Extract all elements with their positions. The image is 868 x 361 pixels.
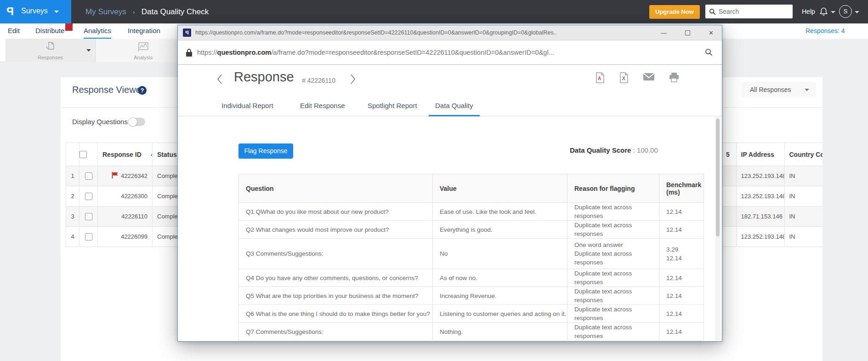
data-quality-table: QuestionValueReason for flaggingBenchmar…	[238, 174, 704, 341]
benchmark-cell: 3.2912.14	[659, 239, 704, 269]
column-header-value: Value	[433, 174, 567, 203]
tab-individual-report[interactable]: Individual Report	[221, 97, 274, 116]
response-id-link[interactable]: 42226342	[121, 172, 148, 179]
breadcrumb-separator-icon: ›	[133, 8, 135, 16]
breadcrumb: My Surveys › Data Quality Check	[85, 0, 209, 23]
value-cell: Increasing Revenue.	[433, 287, 567, 305]
partial-cell	[721, 227, 736, 247]
maximize-button[interactable]	[685, 30, 690, 35]
row-checkbox[interactable]	[85, 193, 92, 200]
benchmark-cell: 12.14	[659, 269, 704, 287]
scrollbar-thumb[interactable]	[716, 119, 720, 236]
toolbar-tile-label: Responses	[6, 55, 95, 60]
responses-filter-value: All Responses	[750, 86, 791, 93]
row-checkbox[interactable]	[85, 213, 92, 220]
breadcrumb-my-surveys[interactable]: My Surveys	[85, 7, 126, 17]
response-id-header[interactable]: Response ID▲	[98, 143, 153, 166]
country-code-cell: IN	[784, 227, 823, 247]
benchmark-cell: 12.14	[659, 287, 704, 305]
table-row: Q6 What is the one thing I should do to …	[239, 305, 704, 323]
zoom-search-icon[interactable]	[705, 48, 713, 58]
row-number: 3	[66, 206, 79, 227]
address-url[interactable]: https://questionpro.com/a/frame.do?mode=…	[197, 40, 693, 64]
partial-column-header: 5	[721, 143, 736, 166]
flagged-icon	[112, 173, 119, 180]
response-id-link[interactable]: 42226300	[121, 193, 148, 200]
export-pdf-icon[interactable]: A	[595, 72, 605, 85]
response-id-link[interactable]: 42226099	[121, 233, 148, 240]
address-bar[interactable]: https://questionpro.com/a/frame.do?mode=…	[178, 40, 722, 65]
avatar[interactable]: S	[839, 5, 852, 18]
help-icon[interactable]: ?	[138, 86, 147, 95]
svg-text:X: X	[622, 76, 625, 81]
minimize-button[interactable]: —	[661, 30, 667, 36]
response-id-link[interactable]: 42226110	[121, 213, 148, 220]
responses-filter-select[interactable]: All Responses	[742, 82, 817, 97]
country-code-header[interactable]: Country Co	[784, 143, 823, 166]
response-header: Response # 42226110 A X	[178, 65, 722, 97]
breadcrumb-current: Data Quality Check	[142, 7, 209, 17]
upgrade-now-button[interactable]: Upgrade Now	[649, 5, 700, 19]
help-link[interactable]: Help	[802, 0, 815, 23]
flag-response-button[interactable]: Flag Response	[238, 143, 293, 159]
toolbar-tile-analysis[interactable]: Analysis	[96, 39, 191, 62]
nav-item-integration[interactable]: Integration	[128, 23, 160, 38]
window-controls: — ✕	[661, 25, 714, 40]
ip-address-header[interactable]: IP Address	[736, 143, 784, 166]
search-icon	[709, 8, 716, 15]
search-input[interactable]	[719, 8, 788, 15]
response-editor-window: P https://questionpro.com/a/frame.do?mod…	[177, 25, 722, 342]
close-button[interactable]: ✕	[709, 30, 714, 36]
questionpro-app: P Surveys My Surveys › Data Quality Chec…	[0, 0, 868, 361]
print-icon[interactable]	[669, 72, 680, 85]
value-cell: Listening to customer queries and acting…	[433, 305, 567, 323]
global-search-box[interactable]	[705, 5, 793, 18]
select-all-checkbox[interactable]	[79, 151, 87, 158]
partial-cell	[721, 206, 736, 227]
chevron-down-icon[interactable]	[86, 49, 91, 52]
nav-item-edit[interactable]: Edit	[8, 23, 20, 38]
toolbar-tile-responses[interactable]: Responses	[6, 39, 96, 62]
sort-asc-icon[interactable]: ▲	[150, 152, 153, 157]
row-number: 2	[66, 186, 79, 206]
row-checkbox[interactable]	[85, 172, 92, 180]
question-cell: Q6 What is the one thing I should do to …	[239, 305, 433, 323]
next-response-icon[interactable]	[350, 73, 356, 87]
country-code-cell: IN	[784, 166, 823, 186]
question-cell: Q4 Do you have any other comments, quest…	[239, 269, 433, 287]
benchmark-cell: 12.14	[659, 305, 704, 323]
rownum-header	[66, 143, 79, 166]
questionpro-logo-icon: P	[6, 5, 14, 18]
row-checkbox[interactable]	[85, 233, 92, 241]
response-id-cell: 42226300	[98, 186, 153, 206]
tab-data-quality[interactable]: Data Quality	[429, 97, 480, 116]
tab-spotlight-report[interactable]: Spotlight Report	[367, 97, 418, 116]
product-switcher[interactable]: P Surveys	[0, 0, 71, 23]
question-cell: Q7 Comments/Suggestions:	[239, 323, 433, 341]
reason-cell: One word answerDuplicate text across res…	[567, 239, 659, 269]
notifications-bell-icon[interactable]	[819, 7, 828, 18]
response-tabs: Individual ReportEdit ResponseSpotlight …	[178, 97, 722, 116]
value-cell: As of now no.	[433, 269, 567, 287]
data-quality-score: Data Quality Score : 100.00	[570, 146, 658, 154]
nav-item-distribute[interactable]: Distribute	[35, 23, 64, 38]
response-id-cell: 42226110	[98, 206, 153, 227]
tab-edit-response[interactable]: Edit Response	[299, 97, 346, 116]
response-id-label: # 42226110	[302, 77, 335, 84]
chevron-down-icon[interactable]	[855, 11, 859, 13]
column-header-benchmark-ms-: Benchmark (ms)	[659, 174, 704, 203]
table-header-row: 5 IP Address Country Co	[721, 143, 823, 166]
country-code-cell: IN	[784, 206, 823, 227]
scrollbar-track[interactable]	[715, 117, 720, 340]
export-excel-icon[interactable]: X	[619, 72, 629, 85]
reason-cell: Duplicate text across responses	[567, 305, 659, 323]
product-label: Surveys	[21, 7, 48, 15]
chevron-down-icon[interactable]	[831, 11, 835, 13]
display-questions-toggle[interactable]	[129, 118, 145, 126]
value-cell: Nothing.	[433, 323, 567, 341]
email-envelope-icon[interactable]	[643, 72, 655, 85]
response-id-cell: 42226342	[98, 166, 153, 186]
nav-item-analytics[interactable]: Analytics	[84, 23, 111, 39]
window-title-bar[interactable]: P https://questionpro.com/a/frame.do?mod…	[178, 25, 722, 40]
previous-response-icon[interactable]	[216, 73, 223, 87]
